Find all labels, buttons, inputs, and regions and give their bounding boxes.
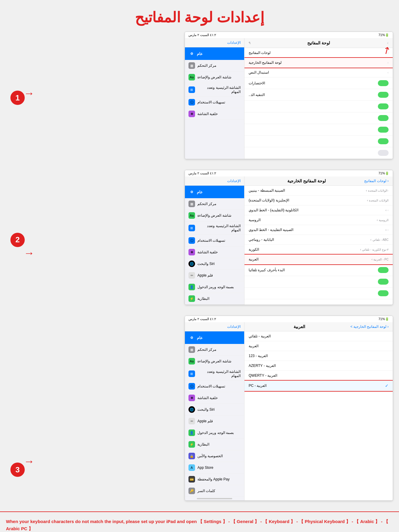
home-icon: ⊞ xyxy=(188,86,195,93)
kbd-arabic[interactable]: PC - العربية › العربية xyxy=(244,255,393,264)
s2-row2[interactable]: شاشة العرض والإضاءة Aa xyxy=(185,210,244,221)
s2-item4: تسهيلات الاستخدام xyxy=(197,238,225,243)
s3-row1[interactable]: مركز التحكم ▦ xyxy=(185,344,244,356)
kbd-item-t2[interactable] xyxy=(244,112,393,124)
toggle-2-3[interactable] xyxy=(378,290,389,296)
keyboard-nav-title-1: لوحة المفاتيح xyxy=(307,41,330,45)
settings-row-control[interactable]: مركز التحكم ▦ xyxy=(185,60,244,72)
layout-arabic-123[interactable]: العربية - 123 xyxy=(244,351,393,361)
s2-row8[interactable]: بصمة الوجه ورمز الدخول 👤 xyxy=(185,281,244,293)
s3-row2[interactable]: شاشة العرض والإضاءة Aa xyxy=(185,356,244,367)
s2-row3[interactable]: الشاشة الرئيسية وتعدد المهام ⊞ xyxy=(185,221,244,235)
chevron-back-physical xyxy=(387,179,389,183)
kbd-item-t5[interactable] xyxy=(244,147,393,159)
s3-item3: الشاشة الرئيسية وتعدد المهام xyxy=(197,370,241,378)
s2-row9[interactable]: البطارية ⚡ xyxy=(185,293,244,305)
s3-row12[interactable]: Apple Pay والمحفظة 💳 xyxy=(185,474,244,485)
ipad-inner-1: لوحة المفاتيح ٩ لوحات المفاتيح لوحة المف… xyxy=(185,38,393,159)
s3-row4[interactable]: تسهيلات الاستخدام ⓘ xyxy=(185,381,244,392)
settings-row-display[interactable]: شاشة العرض والإضاءة Aa xyxy=(185,72,244,83)
s2-item3: الشاشة الرئيسية وتعدد المهام xyxy=(197,224,241,232)
settings-heading-1[interactable]: عام ⚙ xyxy=(185,47,244,60)
settings-heading-2[interactable]: عام ⚙ xyxy=(185,186,244,198)
settings-row-access[interactable]: تسهيلات الاستخدام ⓘ xyxy=(185,97,244,108)
layout-arabic-qwerty[interactable]: العربية - QWERTY xyxy=(244,371,393,381)
kbd-russian[interactable]: الروسية › الروسية xyxy=(244,215,393,225)
s3-row9[interactable]: البطارية ⚡ xyxy=(185,439,244,450)
kbd-capitalize[interactable]: البدء بأحرف كبيرة تلقائيا xyxy=(244,264,393,276)
kbd-chinese-simplified[interactable]: الولايات المتحدة › الصينية المبسطة - بين… xyxy=(244,186,393,196)
toggle-capitalize[interactable] xyxy=(378,267,389,273)
settings-panel-3: الإعدادات عام ⚙ مركز التحكم ▦ شاشة العرض… xyxy=(185,322,244,500)
s3-row13[interactable]: كلمات السر 🔑 xyxy=(185,485,244,497)
layout-arabic-auto[interactable]: العربية - تلقائي xyxy=(244,331,393,341)
kbd-item-t4[interactable] xyxy=(244,136,393,147)
kbd-item-shortcuts[interactable]: الاختصارات xyxy=(244,77,393,89)
settings-nav-1: الإعدادات xyxy=(185,38,244,47)
kbd-item-t1[interactable] xyxy=(244,101,393,112)
s3-row8[interactable]: بصمة الوجه ورمز الدخول 👤 xyxy=(185,427,244,439)
kbd-item-filter[interactable]: التنقيه الذ.. xyxy=(244,89,393,101)
s2-row6[interactable]: Siri والبحث 🌐 xyxy=(185,258,244,270)
chevron-chinese: الولايات المتحدة › xyxy=(366,189,389,192)
s2-row7[interactable]: قلم Apple ✏ xyxy=(185,270,244,281)
s2-item9: البطارية xyxy=(197,297,209,301)
s3-row7[interactable]: قلم Apple ✏ xyxy=(185,415,244,427)
toggle-filter[interactable] xyxy=(378,92,389,98)
keyboard-nav-1: لوحة المفاتيح ٩ xyxy=(244,38,393,48)
physical-keyboard-nav: لوحات المفاتيح لوحة المفاتيح الخارجية xyxy=(244,176,393,186)
screenshot-2-wrapper: 2 🔋71% ٤١:٢ السبت ٢ مارس لوحات المفاتيح xyxy=(30,170,393,310)
settings-row-home[interactable]: الشاشة الرئيسية وتعدد المهام ⊞ xyxy=(185,83,244,97)
kbd-item-physical[interactable]: لوحة المفاتيح الخارجية xyxy=(244,58,393,68)
status-time-1: ٤١:٢ السبت ٢ مارس xyxy=(188,33,216,37)
arrow-3: → xyxy=(24,455,35,468)
kbd-item-t3[interactable] xyxy=(244,124,393,136)
settings-panel-1: الإعدادات عام ⚙ مركز التحكم ▦ شاشة العرض… xyxy=(185,38,244,159)
toggle-2-2[interactable] xyxy=(378,279,389,285)
settings-heading-text-3: عام xyxy=(197,336,203,340)
checkmark-arabic-pc: ✓ xyxy=(385,383,389,388)
toggle-shortcuts[interactable] xyxy=(378,80,389,86)
arabic-nav-title: العربية xyxy=(294,324,305,329)
kbd-english[interactable]: الولايات المتحدة › الإنجليزية (الولايات … xyxy=(244,196,393,205)
kbd-korean[interactable]: ٢-نوع الكورية - تلقائي › الكورية xyxy=(244,245,393,255)
main-panel-1: لوحة المفاتيح ٩ لوحات المفاتيح لوحة المف… xyxy=(244,38,393,159)
layout-arabic[interactable]: العربية xyxy=(244,341,393,351)
settings-row-wallpaper[interactable]: خلفية الشاشة ❋ xyxy=(185,108,244,120)
kbd-item-shortcuts-text: الاختصارات xyxy=(249,81,265,85)
settings-heading-text-1: عام xyxy=(197,52,203,56)
kbd-chinese-trad[interactable]: › الصينية التقليدية - الخط البدوي xyxy=(244,225,393,235)
layout-arabic-pc[interactable]: ✓ العربية - PC xyxy=(244,381,393,391)
layout-arabic-azerty[interactable]: العربية - AZERTY xyxy=(244,361,393,371)
kbd-cantonese[interactable]: › الكانلونية (التقليدية) - الخط البدوي xyxy=(244,205,393,215)
toggle-t5[interactable] xyxy=(378,150,389,156)
s3-row3[interactable]: الشاشة الرئيسية وتعدد المهام ⊞ xyxy=(185,367,244,381)
s3-row5[interactable]: خلفية الشاشة ❋ xyxy=(185,392,244,404)
chevron-cantonese: › xyxy=(386,208,389,212)
korean-region: ٢-نوع الكورية - تلقائي › xyxy=(360,248,389,251)
settings-heading-3[interactable]: عام ⚙ xyxy=(185,331,244,344)
s2-item7: قلم Apple xyxy=(197,273,213,277)
toggle-t3[interactable] xyxy=(378,127,389,133)
toggle-t2[interactable] xyxy=(378,115,389,121)
s2-icon1: ▦ xyxy=(188,201,195,207)
kbd-japanese[interactable]: ABC - تلقائي › اليابانية - روماجي xyxy=(244,235,393,245)
toggle-t1[interactable] xyxy=(378,103,389,109)
s2-row5[interactable]: خلفية الشاشة ❋ xyxy=(185,246,244,258)
s3-row11[interactable]: App Store A xyxy=(185,462,244,474)
settings-item-wallpaper-text: خلفية الشاشة xyxy=(197,112,218,116)
kbd-item-keyboards[interactable]: لوحات المفاتيح xyxy=(244,48,393,58)
s3-row6[interactable]: Siri والبحث 🌐 xyxy=(185,404,244,415)
kbd-t2[interactable] xyxy=(244,276,393,288)
s2-row1[interactable]: مركز التحكم ▦ xyxy=(185,198,244,210)
s3-row10[interactable]: الخصوصية والأمن 🔒 xyxy=(185,450,244,462)
kbd-item-replace[interactable]: استبدال النص xyxy=(244,68,393,77)
ipad-inner-3: لوحة المفاتيح الخارجية > العربية العربية… xyxy=(185,322,393,500)
s2-row4[interactable]: تسهيلات الاستخدام ⓘ xyxy=(185,235,244,246)
kbd-t3[interactable] xyxy=(244,288,393,299)
s3-icon5: ❋ xyxy=(188,395,195,401)
toggle-t4[interactable] xyxy=(378,138,389,144)
settings-nav-back-2: الإعدادات xyxy=(227,179,241,183)
s3-item2: شاشة العرض والإضاءة xyxy=(197,359,231,363)
status-bar-1: 🔋71% ٤١:٢ السبت ٢ مارس xyxy=(185,32,393,38)
